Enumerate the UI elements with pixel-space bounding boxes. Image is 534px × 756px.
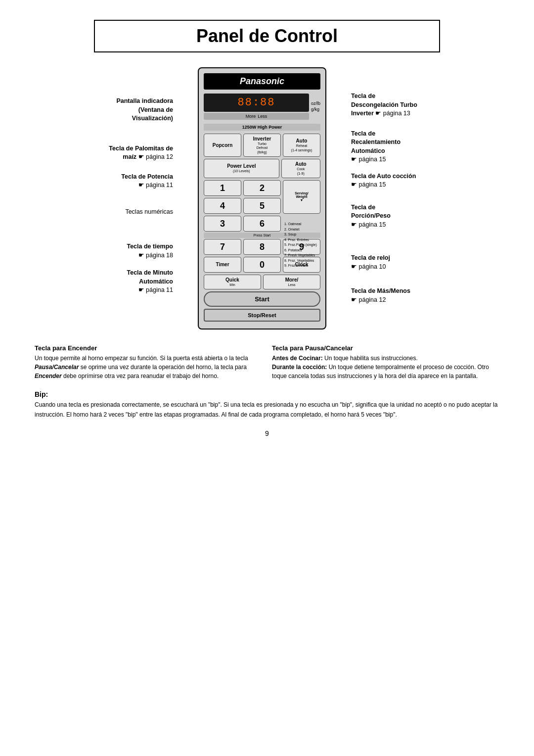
label-reloj: Tecla de reloj ☛ página 10 — [346, 254, 455, 271]
num-5-button[interactable]: 5 — [243, 198, 281, 214]
more-less-row: More Less — [204, 113, 309, 120]
label-palomitas: Tecla de Palomitas de maíz ☛ página 12 — [79, 144, 178, 162]
inverter-turbo-button[interactable]: Inverter Turbo Defrost (lb/kg) — [243, 134, 281, 157]
label-descongelacion: Tecla de Descongelación Turbo Inverter ☛… — [346, 92, 455, 118]
num-2-button[interactable]: 2 — [243, 180, 281, 196]
label-numericas: Teclas numéricas — [79, 208, 178, 217]
num-3-button[interactable]: 3 — [204, 216, 241, 232]
timer-button[interactable]: Timer — [204, 257, 241, 273]
panasonic-logo: Panasonic — [204, 73, 320, 90]
page-container: Panel de Control Pantalla indicadora (Ve… — [0, 0, 534, 756]
display-units: oz/lb g/kg — [311, 101, 320, 112]
num-4-button[interactable]: 4 — [204, 198, 241, 214]
num-6-button[interactable]: 6 — [243, 216, 281, 232]
label-autococcion: Tecla de Auto cocción ☛ página 15 — [346, 172, 455, 189]
bip-title: Bip: — [35, 390, 499, 398]
quick-row: Quick Min More/ Less — [204, 275, 320, 289]
label-pantalla: Pantalla indicadora (Ventana de Visualiz… — [79, 97, 178, 123]
encender-title: Tecla para Encender — [35, 344, 262, 352]
page-number: 9 — [30, 429, 504, 437]
memo-list: 1. Oatmeal 2. Omelet 3. Soup 4. Froz. En… — [283, 222, 328, 269]
bip-section: Bip: Cuando una tecla es presionada corr… — [30, 390, 504, 419]
page-title-box: Panel de Control — [94, 20, 440, 52]
pausa-title: Tecla para Pausa/Cancelar — [272, 344, 499, 352]
quick-min-button[interactable]: Quick Min — [204, 275, 261, 289]
auto-cook-button[interactable]: Auto Cook (1-9) — [281, 159, 320, 178]
diagram-area: Pantalla indicadora (Ventana de Visualiz… — [30, 67, 504, 330]
pausa-text: Antes de Cocinar: Un toque habilita sus … — [272, 354, 499, 380]
label-porcion: Tecla de Porción/Peso ☛ página 15 — [346, 203, 455, 230]
label-recalentamiento: Tecla de Recalentamiento Automático ☛ pá… — [346, 130, 455, 164]
display-row: 88:88 More Less oz/lb g/kg — [204, 94, 320, 120]
more-less-button[interactable]: More/ Less — [263, 275, 320, 289]
serving-weight-button[interactable]: Serving/ Weight ▼ — [283, 180, 320, 214]
num-0-button[interactable]: 0 — [243, 257, 281, 273]
num-1-button[interactable]: 1 — [204, 180, 241, 196]
power-level-button[interactable]: Power Level (10 Levels) — [204, 159, 279, 178]
btn-row-1: Popcorn Inverter Turbo Defrost (lb/kg) A… — [204, 134, 320, 157]
bottom-right: Tecla para Pausa/Cancelar Antes de Cocin… — [272, 344, 499, 380]
label-potencia: Tecla de Potencia ☛ página 11 — [79, 173, 178, 190]
display-screen: 88:88 — [204, 94, 309, 112]
bottom-section: Tecla para Encender Un toque permite al … — [30, 344, 504, 380]
label-tiempo: Tecla de tiempo ☛ página 18 — [79, 242, 178, 260]
diagram-wrapper: Pantalla indicadora (Ventana de Visualiz… — [79, 67, 455, 330]
page-title: Panel de Control — [105, 26, 429, 47]
microwave-panel: Panasonic 88:88 More Less oz/lb — [198, 67, 326, 330]
left-labels-col: Pantalla indicadora (Ventana de Visualiz… — [79, 67, 178, 299]
popcorn-button[interactable]: Popcorn — [204, 134, 241, 157]
bottom-left: Tecla para Encender Un toque permite al … — [35, 344, 262, 380]
numeric-area: 1 2 Serving/ Weight ▼ 4 5 — [204, 180, 320, 214]
btn-row-2: Power Level (10 Levels) Auto Cook (1-9) — [204, 159, 320, 178]
high-power-label: 1250W High Power — [204, 124, 320, 131]
encender-text: Un toque permite al horno empezar su fun… — [35, 354, 262, 380]
bip-text: Cuando una tecla es presionada correctam… — [35, 400, 499, 419]
auto-reheat-button[interactable]: Auto Reheat (1-4 servings) — [283, 134, 320, 157]
start-button[interactable]: Start — [204, 291, 320, 307]
num-7-button[interactable]: 7 — [204, 239, 241, 255]
label-masmedos: Tecla de Más/Menos ☛ página 12 — [346, 287, 455, 304]
num-8-button[interactable]: 8 — [243, 239, 281, 255]
stop-reset-button[interactable]: Stop/Reset — [204, 309, 320, 322]
label-minuto: Tecla de Minuto Automático ☛ página 11 — [79, 269, 178, 295]
right-labels-col: Tecla de Descongelación Turbo Inverter ☛… — [346, 67, 455, 308]
